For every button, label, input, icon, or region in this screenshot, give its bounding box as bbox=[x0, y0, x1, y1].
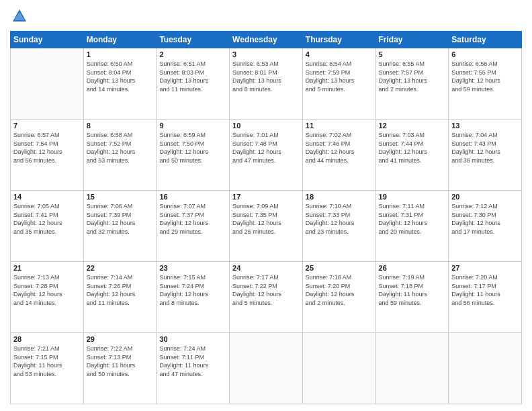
calendar-cell: 25Sunrise: 7:18 AM Sunset: 7:20 PM Dayli… bbox=[302, 262, 375, 333]
calendar-cell: 8Sunrise: 6:58 AM Sunset: 7:52 PM Daylig… bbox=[83, 120, 157, 191]
day-info: Sunrise: 7:21 AM Sunset: 7:15 PM Dayligh… bbox=[13, 345, 81, 378]
svg-marker-1 bbox=[14, 12, 25, 20]
day-number: 3 bbox=[232, 50, 300, 58]
day-info: Sunrise: 7:06 AM Sunset: 7:39 PM Dayligh… bbox=[87, 202, 154, 236]
calendar-cell: 26Sunrise: 7:19 AM Sunset: 7:18 PM Dayli… bbox=[375, 262, 449, 333]
day-number: 14 bbox=[13, 193, 81, 201]
calendar-cell: 19Sunrise: 7:11 AM Sunset: 7:31 PM Dayli… bbox=[375, 191, 449, 262]
day-number: 2 bbox=[159, 50, 226, 58]
day-info: Sunrise: 6:50 AM Sunset: 8:04 PM Dayligh… bbox=[87, 60, 154, 93]
day-info: Sunrise: 7:09 AM Sunset: 7:35 PM Dayligh… bbox=[232, 202, 300, 236]
day-number: 17 bbox=[232, 193, 300, 201]
calendar-cell: 4Sunrise: 6:54 AM Sunset: 7:59 PM Daylig… bbox=[302, 48, 375, 120]
day-info: Sunrise: 7:01 AM Sunset: 7:48 PM Dayligh… bbox=[232, 131, 300, 165]
calendar-cell bbox=[230, 333, 303, 404]
calendar-cell: 2Sunrise: 6:51 AM Sunset: 8:03 PM Daylig… bbox=[157, 48, 230, 120]
calendar-cell: 17Sunrise: 7:09 AM Sunset: 7:35 PM Dayli… bbox=[230, 191, 303, 262]
calendar-cell bbox=[375, 333, 449, 404]
calendar-cell: 6Sunrise: 6:56 AM Sunset: 7:55 PM Daylig… bbox=[449, 48, 522, 120]
day-info: Sunrise: 7:12 AM Sunset: 7:30 PM Dayligh… bbox=[451, 202, 519, 236]
day-number: 15 bbox=[87, 193, 154, 201]
calendar-cell: 16Sunrise: 7:07 AM Sunset: 7:37 PM Dayli… bbox=[157, 191, 230, 262]
calendar-cell: 15Sunrise: 7:06 AM Sunset: 7:39 PM Dayli… bbox=[83, 191, 157, 262]
calendar-week-row-3: 14Sunrise: 7:05 AM Sunset: 7:41 PM Dayli… bbox=[11, 191, 522, 262]
day-number: 23 bbox=[159, 264, 226, 272]
day-info: Sunrise: 6:53 AM Sunset: 8:01 PM Dayligh… bbox=[232, 60, 300, 93]
day-info: Sunrise: 7:10 AM Sunset: 7:33 PM Dayligh… bbox=[306, 202, 373, 236]
day-number: 5 bbox=[379, 50, 446, 58]
day-info: Sunrise: 7:02 AM Sunset: 7:46 PM Dayligh… bbox=[306, 131, 373, 165]
day-info: Sunrise: 7:07 AM Sunset: 7:37 PM Dayligh… bbox=[159, 202, 226, 236]
day-number: 27 bbox=[451, 264, 519, 272]
day-info: Sunrise: 7:11 AM Sunset: 7:31 PM Dayligh… bbox=[379, 202, 446, 236]
calendar-cell: 29Sunrise: 7:22 AM Sunset: 7:13 PM Dayli… bbox=[83, 333, 157, 404]
day-number: 22 bbox=[87, 264, 154, 272]
calendar-cell: 3Sunrise: 6:53 AM Sunset: 8:01 PM Daylig… bbox=[230, 48, 303, 120]
logo bbox=[10, 7, 32, 26]
day-number: 10 bbox=[232, 122, 300, 130]
day-info: Sunrise: 7:14 AM Sunset: 7:26 PM Dayligh… bbox=[87, 273, 154, 307]
day-number: 6 bbox=[451, 50, 519, 58]
calendar-cell: 21Sunrise: 7:13 AM Sunset: 7:28 PM Dayli… bbox=[11, 262, 84, 333]
day-number: 21 bbox=[13, 264, 81, 272]
calendar-cell: 1Sunrise: 6:50 AM Sunset: 8:04 PM Daylig… bbox=[83, 48, 157, 120]
day-number: 9 bbox=[159, 122, 226, 130]
day-number: 4 bbox=[306, 50, 373, 58]
day-info: Sunrise: 7:24 AM Sunset: 7:11 PM Dayligh… bbox=[159, 345, 226, 378]
calendar-cell: 12Sunrise: 7:03 AM Sunset: 7:44 PM Dayli… bbox=[375, 120, 449, 191]
calendar-cell: 30Sunrise: 7:24 AM Sunset: 7:11 PM Dayli… bbox=[157, 333, 230, 404]
day-number: 24 bbox=[232, 264, 300, 272]
calendar-week-row-2: 7Sunrise: 6:57 AM Sunset: 7:54 PM Daylig… bbox=[11, 120, 522, 191]
day-info: Sunrise: 6:56 AM Sunset: 7:55 PM Dayligh… bbox=[451, 60, 519, 93]
day-number: 11 bbox=[306, 122, 373, 130]
day-number: 19 bbox=[379, 193, 446, 201]
day-info: Sunrise: 7:19 AM Sunset: 7:18 PM Dayligh… bbox=[379, 273, 446, 307]
day-number: 20 bbox=[451, 193, 519, 201]
day-number: 13 bbox=[451, 122, 519, 130]
calendar-cell: 18Sunrise: 7:10 AM Sunset: 7:33 PM Dayli… bbox=[302, 191, 375, 262]
day-number: 25 bbox=[306, 264, 373, 272]
day-number: 26 bbox=[379, 264, 446, 272]
page: SundayMondayTuesdayWednesdayThursdayFrid… bbox=[0, 0, 532, 411]
day-number: 18 bbox=[306, 193, 373, 201]
day-info: Sunrise: 7:20 AM Sunset: 7:17 PM Dayligh… bbox=[451, 273, 519, 307]
day-number: 30 bbox=[159, 335, 226, 343]
calendar-cell: 7Sunrise: 6:57 AM Sunset: 7:54 PM Daylig… bbox=[11, 120, 84, 191]
calendar-cell: 13Sunrise: 7:04 AM Sunset: 7:43 PM Dayli… bbox=[449, 120, 522, 191]
calendar-cell: 23Sunrise: 7:15 AM Sunset: 7:24 PM Dayli… bbox=[157, 262, 230, 333]
calendar-header-row: SundayMondayTuesdayWednesdayThursdayFrid… bbox=[11, 32, 522, 48]
day-info: Sunrise: 6:59 AM Sunset: 7:50 PM Dayligh… bbox=[159, 131, 226, 165]
calendar-cell: 28Sunrise: 7:21 AM Sunset: 7:15 PM Dayli… bbox=[11, 333, 84, 404]
calendar-cell: 24Sunrise: 7:17 AM Sunset: 7:22 PM Dayli… bbox=[230, 262, 303, 333]
calendar-cell: 20Sunrise: 7:12 AM Sunset: 7:30 PM Dayli… bbox=[449, 191, 522, 262]
day-info: Sunrise: 7:22 AM Sunset: 7:13 PM Dayligh… bbox=[87, 345, 154, 378]
day-number: 28 bbox=[13, 335, 81, 343]
calendar-header-friday: Friday bbox=[375, 32, 449, 48]
day-info: Sunrise: 7:04 AM Sunset: 7:43 PM Dayligh… bbox=[451, 131, 519, 165]
day-info: Sunrise: 7:15 AM Sunset: 7:24 PM Dayligh… bbox=[159, 273, 226, 307]
day-info: Sunrise: 6:55 AM Sunset: 7:57 PM Dayligh… bbox=[379, 60, 446, 93]
calendar-week-row-4: 21Sunrise: 7:13 AM Sunset: 7:28 PM Dayli… bbox=[11, 262, 522, 333]
day-info: Sunrise: 6:51 AM Sunset: 8:03 PM Dayligh… bbox=[159, 60, 226, 93]
day-number: 8 bbox=[87, 122, 154, 130]
calendar-cell: 14Sunrise: 7:05 AM Sunset: 7:41 PM Dayli… bbox=[11, 191, 84, 262]
calendar-header-monday: Monday bbox=[83, 32, 157, 48]
day-info: Sunrise: 7:03 AM Sunset: 7:44 PM Dayligh… bbox=[379, 131, 446, 165]
calendar-header-sunday: Sunday bbox=[11, 32, 84, 48]
calendar-week-row-1: 1Sunrise: 6:50 AM Sunset: 8:04 PM Daylig… bbox=[11, 48, 522, 120]
calendar-header-saturday: Saturday bbox=[449, 32, 522, 48]
header bbox=[10, 7, 522, 26]
day-info: Sunrise: 7:13 AM Sunset: 7:28 PM Dayligh… bbox=[13, 273, 81, 307]
calendar-cell: 22Sunrise: 7:14 AM Sunset: 7:26 PM Dayli… bbox=[83, 262, 157, 333]
calendar-week-row-5: 28Sunrise: 7:21 AM Sunset: 7:15 PM Dayli… bbox=[11, 333, 522, 404]
calendar-header-thursday: Thursday bbox=[302, 32, 375, 48]
day-number: 29 bbox=[87, 335, 154, 343]
day-info: Sunrise: 6:57 AM Sunset: 7:54 PM Dayligh… bbox=[13, 131, 81, 165]
calendar-cell bbox=[11, 48, 84, 120]
day-number: 7 bbox=[13, 122, 81, 130]
day-info: Sunrise: 7:05 AM Sunset: 7:41 PM Dayligh… bbox=[13, 202, 81, 236]
day-info: Sunrise: 7:17 AM Sunset: 7:22 PM Dayligh… bbox=[232, 273, 300, 307]
logo-icon bbox=[10, 7, 29, 26]
calendar-cell: 5Sunrise: 6:55 AM Sunset: 7:57 PM Daylig… bbox=[375, 48, 449, 120]
calendar-cell bbox=[302, 333, 375, 404]
